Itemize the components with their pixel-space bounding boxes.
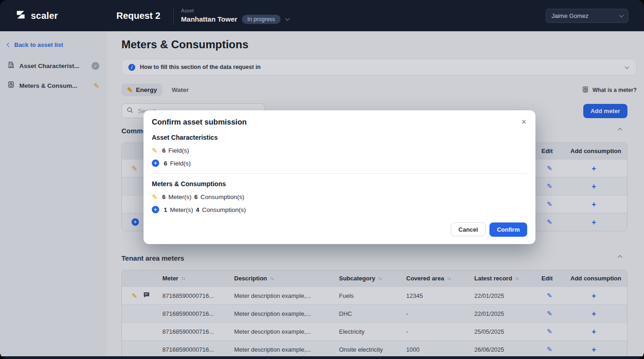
request-title: Request 2: [116, 11, 161, 21]
top-bar: scaler Request 2 Asset Manhattan Tower I…: [0, 0, 644, 31]
added-fields-row: + 6 Field(s): [152, 159, 527, 168]
asset-name: Manhattan Tower: [181, 15, 237, 23]
asset-label: Asset: [181, 8, 288, 13]
modal-section-title: Asset Characteristics: [152, 134, 527, 141]
brand-name: scaler: [31, 11, 58, 21]
asset-selector[interactable]: Asset Manhattan Tower In progress: [181, 8, 288, 24]
added-meters-row: + 1 Meter(s) 4 Consumption(s): [152, 205, 527, 214]
added-plus-circle-icon: +: [152, 206, 159, 213]
edited-pencil-icon: ✎: [152, 194, 158, 200]
chevron-down-icon: [285, 16, 290, 21]
divider: [152, 173, 527, 174]
confirm-button[interactable]: Confirm: [489, 222, 527, 237]
confirm-submission-modal: Confirm asset submission × Asset Charact…: [144, 110, 535, 244]
edited-meters-row: ✎ 6 Meter(s) 6 Consumption(s): [152, 192, 527, 201]
chevron-down-icon: [619, 13, 624, 17]
status-badge: In progress: [242, 15, 281, 24]
divider: [173, 7, 174, 24]
modal-section-meters-consumptions: Meters & Consumptions ✎ 6 Meter(s) 6 Con…: [152, 180, 527, 214]
cancel-button[interactable]: Cancel: [451, 222, 486, 236]
modal-title: Confirm asset submission: [152, 118, 247, 126]
added-plus-circle-icon: +: [152, 160, 159, 167]
scaler-logo-icon: [15, 9, 27, 23]
brand: scaler: [15, 9, 116, 23]
modal-section-title: Meters & Consumptions: [152, 180, 527, 188]
edited-fields-row: ✎ 6 Field(s): [152, 146, 527, 155]
user-menu[interactable]: Jaime Gomez: [546, 9, 628, 23]
close-icon[interactable]: ×: [520, 118, 527, 126]
edited-pencil-icon: ✎: [152, 147, 158, 154]
modal-section-asset-characteristics: Asset Characteristics ✎ 6 Field(s) + 6 F…: [152, 134, 527, 168]
app-window: scaler Request 2 Asset Manhattan Tower I…: [0, 0, 644, 359]
user-name: Jaime Gomez: [552, 12, 588, 19]
